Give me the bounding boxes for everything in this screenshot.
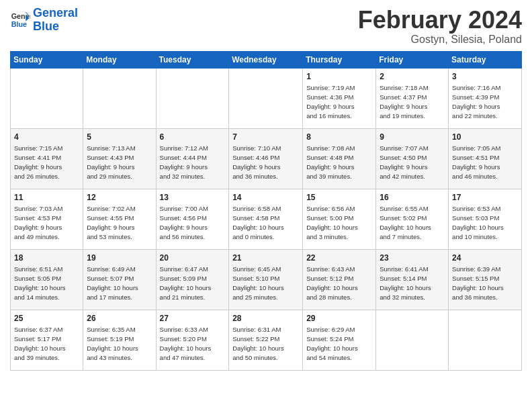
logo: General Blue General Blue: [10, 7, 78, 34]
day-number: 7: [232, 132, 299, 143]
day-cell: 28Sunrise: 6:31 AM Sunset: 5:22 PM Dayli…: [229, 310, 303, 370]
day-info: Sunrise: 6:51 AM Sunset: 5:05 PM Dayligh…: [14, 265, 79, 302]
day-number: 24: [452, 253, 518, 264]
day-number: 27: [160, 313, 226, 324]
day-cell: 3Sunrise: 7:16 AM Sunset: 4:39 PM Daylig…: [449, 68, 522, 128]
day-number: 29: [306, 313, 372, 324]
day-number: 17: [452, 192, 518, 203]
day-cell: 18Sunrise: 6:51 AM Sunset: 5:05 PM Dayli…: [11, 249, 83, 310]
page-header: General Blue General Blue February 2024 …: [10, 7, 522, 46]
day-cell: 21Sunrise: 6:45 AM Sunset: 5:10 PM Dayli…: [229, 249, 303, 310]
logo-blue: Blue: [33, 19, 59, 33]
day-cell: 24Sunrise: 6:39 AM Sunset: 5:15 PM Dayli…: [449, 249, 522, 310]
day-info: Sunrise: 6:49 AM Sunset: 5:07 PM Dayligh…: [87, 265, 152, 302]
day-info: Sunrise: 6:45 AM Sunset: 5:10 PM Dayligh…: [232, 265, 299, 302]
day-number: 28: [232, 313, 299, 324]
day-info: Sunrise: 6:47 AM Sunset: 5:09 PM Dayligh…: [160, 265, 226, 302]
day-info: Sunrise: 6:33 AM Sunset: 5:20 PM Dayligh…: [160, 325, 226, 362]
day-number: 11: [14, 192, 79, 203]
day-number: 19: [87, 253, 152, 264]
header-tuesday: Tuesday: [156, 51, 229, 68]
day-cell: [11, 68, 83, 128]
day-cell: [156, 68, 229, 128]
day-info: Sunrise: 7:03 AM Sunset: 4:53 PM Dayligh…: [14, 204, 79, 241]
day-cell: 22Sunrise: 6:43 AM Sunset: 5:12 PM Dayli…: [303, 249, 376, 310]
header-monday: Monday: [83, 51, 156, 68]
day-number: 10: [452, 132, 518, 143]
day-cell: 8Sunrise: 7:08 AM Sunset: 4:48 PM Daylig…: [303, 128, 376, 189]
day-info: Sunrise: 6:39 AM Sunset: 5:15 PM Dayligh…: [452, 265, 518, 302]
day-cell: [449, 310, 522, 370]
day-info: Sunrise: 7:08 AM Sunset: 4:48 PM Dayligh…: [306, 144, 372, 181]
header-friday: Friday: [376, 51, 449, 68]
day-cell: 12Sunrise: 7:02 AM Sunset: 4:55 PM Dayli…: [83, 189, 156, 249]
day-info: Sunrise: 7:19 AM Sunset: 4:36 PM Dayligh…: [306, 83, 372, 120]
day-cell: 15Sunrise: 6:56 AM Sunset: 5:00 PM Dayli…: [303, 189, 376, 249]
day-info: Sunrise: 7:16 AM Sunset: 4:39 PM Dayligh…: [452, 83, 518, 120]
day-number: 16: [380, 192, 445, 203]
day-number: 12: [87, 192, 152, 203]
day-cell: 5Sunrise: 7:13 AM Sunset: 4:43 PM Daylig…: [83, 128, 156, 189]
day-number: 13: [160, 192, 226, 203]
day-cell: 13Sunrise: 7:00 AM Sunset: 4:56 PM Dayli…: [156, 189, 229, 249]
day-number: 25: [14, 313, 79, 324]
day-number: 14: [232, 192, 299, 203]
day-number: 3: [452, 71, 518, 83]
day-number: 15: [306, 192, 372, 203]
day-number: 18: [14, 253, 79, 264]
logo-icon: General Blue: [10, 10, 30, 30]
week-row-4: 18Sunrise: 6:51 AM Sunset: 5:05 PM Dayli…: [11, 249, 522, 310]
day-cell: 6Sunrise: 7:12 AM Sunset: 4:44 PM Daylig…: [156, 128, 229, 189]
day-number: 20: [160, 253, 226, 264]
logo-text: General Blue: [33, 7, 78, 34]
day-number: 26: [87, 313, 152, 324]
day-cell: 29Sunrise: 6:29 AM Sunset: 5:24 PM Dayli…: [303, 310, 376, 370]
calendar-table: SundayMondayTuesdayWednesdayThursdayFrid…: [10, 51, 522, 371]
header-wednesday: Wednesday: [229, 51, 303, 68]
day-cell: 20Sunrise: 6:47 AM Sunset: 5:09 PM Dayli…: [156, 249, 229, 310]
day-cell: 10Sunrise: 7:05 AM Sunset: 4:51 PM Dayli…: [449, 128, 522, 189]
day-cell: 26Sunrise: 6:35 AM Sunset: 5:19 PM Dayli…: [83, 310, 156, 370]
week-row-1: 1Sunrise: 7:19 AM Sunset: 4:36 PM Daylig…: [11, 68, 522, 128]
day-info: Sunrise: 7:13 AM Sunset: 4:43 PM Dayligh…: [87, 144, 152, 181]
day-info: Sunrise: 7:02 AM Sunset: 4:55 PM Dayligh…: [87, 204, 152, 241]
day-info: Sunrise: 6:31 AM Sunset: 5:22 PM Dayligh…: [232, 325, 299, 362]
header-row: SundayMondayTuesdayWednesdayThursdayFrid…: [11, 51, 522, 68]
day-cell: 1Sunrise: 7:19 AM Sunset: 4:36 PM Daylig…: [303, 68, 376, 128]
day-number: 6: [160, 132, 226, 143]
day-info: Sunrise: 6:37 AM Sunset: 5:17 PM Dayligh…: [14, 325, 79, 362]
day-info: Sunrise: 7:00 AM Sunset: 4:56 PM Dayligh…: [160, 204, 226, 241]
day-info: Sunrise: 6:43 AM Sunset: 5:12 PM Dayligh…: [306, 265, 372, 302]
day-number: 9: [380, 132, 445, 143]
day-cell: [83, 68, 156, 128]
day-info: Sunrise: 7:15 AM Sunset: 4:41 PM Dayligh…: [14, 144, 79, 181]
day-info: Sunrise: 7:18 AM Sunset: 4:37 PM Dayligh…: [380, 83, 445, 120]
day-cell: 11Sunrise: 7:03 AM Sunset: 4:53 PM Dayli…: [11, 189, 83, 249]
day-cell: 14Sunrise: 6:58 AM Sunset: 4:58 PM Dayli…: [229, 189, 303, 249]
header-saturday: Saturday: [449, 51, 522, 68]
day-info: Sunrise: 6:35 AM Sunset: 5:19 PM Dayligh…: [87, 325, 152, 362]
day-cell: 4Sunrise: 7:15 AM Sunset: 4:41 PM Daylig…: [11, 128, 83, 189]
day-info: Sunrise: 6:55 AM Sunset: 5:02 PM Dayligh…: [380, 204, 445, 241]
day-cell: 16Sunrise: 6:55 AM Sunset: 5:02 PM Dayli…: [376, 189, 449, 249]
header-sunday: Sunday: [11, 51, 83, 68]
day-cell: 17Sunrise: 6:53 AM Sunset: 5:03 PM Dayli…: [449, 189, 522, 249]
day-info: Sunrise: 6:56 AM Sunset: 5:00 PM Dayligh…: [306, 204, 372, 241]
day-info: Sunrise: 7:05 AM Sunset: 4:51 PM Dayligh…: [452, 144, 518, 181]
day-cell: 23Sunrise: 6:41 AM Sunset: 5:14 PM Dayli…: [376, 249, 449, 310]
week-row-3: 11Sunrise: 7:03 AM Sunset: 4:53 PM Dayli…: [11, 189, 522, 249]
day-info: Sunrise: 7:12 AM Sunset: 4:44 PM Dayligh…: [160, 144, 226, 181]
day-info: Sunrise: 6:53 AM Sunset: 5:03 PM Dayligh…: [452, 204, 518, 241]
title-block: February 2024 Gostyn, Silesia, Poland: [358, 7, 522, 46]
day-number: 2: [380, 71, 445, 83]
day-cell: 9Sunrise: 7:07 AM Sunset: 4:50 PM Daylig…: [376, 128, 449, 189]
header-thursday: Thursday: [303, 51, 376, 68]
day-number: 8: [306, 132, 372, 143]
day-info: Sunrise: 7:10 AM Sunset: 4:46 PM Dayligh…: [232, 144, 299, 181]
day-cell: [376, 310, 449, 370]
week-row-2: 4Sunrise: 7:15 AM Sunset: 4:41 PM Daylig…: [11, 128, 522, 189]
calendar-subtitle: Gostyn, Silesia, Poland: [358, 34, 522, 46]
day-number: 22: [306, 253, 372, 264]
day-info: Sunrise: 6:29 AM Sunset: 5:24 PM Dayligh…: [306, 325, 372, 362]
day-cell: 19Sunrise: 6:49 AM Sunset: 5:07 PM Dayli…: [83, 249, 156, 310]
